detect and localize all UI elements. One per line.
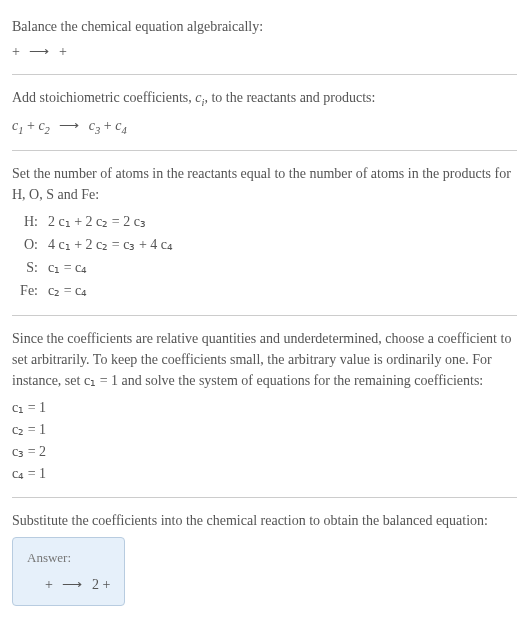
coeff-row: c₄ = 1 xyxy=(12,463,517,484)
atoms-section: Set the number of atoms in the reactants… xyxy=(12,155,517,311)
stoich-text: Add stoichiometric coefficients, ci, to … xyxy=(12,87,517,111)
arrow-icon: ⟶ xyxy=(59,115,79,136)
intro-equation: + ⟶ + xyxy=(12,41,517,62)
atoms-intro: Set the number of atoms in the reactants… xyxy=(12,163,517,205)
atoms-eq: c₂ = c₄ xyxy=(48,280,87,301)
stoich-equation: c1 + c2 ⟶ c3 + c4 xyxy=(12,115,517,139)
atoms-row: O: 4 c₁ + 2 c₂ = c₃ + 4 c₄ xyxy=(12,234,517,255)
plus1: + xyxy=(27,118,38,133)
answer-box: Answer: + ⟶ 2 + xyxy=(12,537,125,606)
coeff-row: c₁ = 1 xyxy=(12,397,517,418)
c2-sub: 2 xyxy=(45,124,50,135)
intro-text: Balance the chemical equation algebraica… xyxy=(12,16,517,37)
atoms-table: H: 2 c₁ + 2 c₂ = 2 c₃ O: 4 c₁ + 2 c₂ = c… xyxy=(12,211,517,301)
atoms-label: Fe: xyxy=(12,280,38,301)
divider xyxy=(12,74,517,75)
coeffs-list: c₁ = 1 c₂ = 1 c₃ = 2 c₄ = 1 xyxy=(12,397,517,484)
solve-intro: Since the coefficients are relative quan… xyxy=(12,328,517,391)
atoms-label: S: xyxy=(12,257,38,278)
answer-right: + xyxy=(102,577,110,592)
arrow-icon: ⟶ xyxy=(29,41,49,62)
atoms-row: H: 2 c₁ + 2 c₂ = 2 c₃ xyxy=(12,211,517,232)
atoms-row: S: c₁ = c₄ xyxy=(12,257,517,278)
substitute-section: Substitute the coefficients into the che… xyxy=(12,502,517,614)
eq-space-left: + xyxy=(12,44,23,59)
coeff-row: c₂ = 1 xyxy=(12,419,517,440)
atoms-eq: 2 c₁ + 2 c₂ = 2 c₃ xyxy=(48,211,146,232)
coeff-row: c₃ = 2 xyxy=(12,441,517,462)
solve-section: Since the coefficients are relative quan… xyxy=(12,320,517,493)
substitute-intro: Substitute the coefficients into the che… xyxy=(12,510,517,531)
atoms-eq: c₁ = c₄ xyxy=(48,257,87,278)
answer-left: + xyxy=(45,577,56,592)
c4-sub: 4 xyxy=(121,124,126,135)
arrow-icon: ⟶ xyxy=(62,574,82,595)
c3-sub: 3 xyxy=(95,124,100,135)
intro-section: Balance the chemical equation algebraica… xyxy=(12,8,517,70)
stoich-before: Add stoichiometric coefficients, xyxy=(12,90,195,105)
atoms-label: H: xyxy=(12,211,38,232)
atoms-label: O: xyxy=(12,234,38,255)
answer-mid: 2 xyxy=(92,577,103,592)
stoich-after: , to the reactants and products: xyxy=(204,90,375,105)
atoms-row: Fe: c₂ = c₄ xyxy=(12,280,517,301)
divider xyxy=(12,497,517,498)
c1-sub: 1 xyxy=(18,124,23,135)
eq-space-right: + xyxy=(59,44,67,59)
answer-equation: + ⟶ 2 + xyxy=(27,574,110,595)
answer-label: Answer: xyxy=(27,548,110,568)
plus2: + xyxy=(104,118,115,133)
stoich-section: Add stoichiometric coefficients, ci, to … xyxy=(12,79,517,146)
divider xyxy=(12,150,517,151)
atoms-eq: 4 c₁ + 2 c₂ = c₃ + 4 c₄ xyxy=(48,234,173,255)
divider xyxy=(12,315,517,316)
